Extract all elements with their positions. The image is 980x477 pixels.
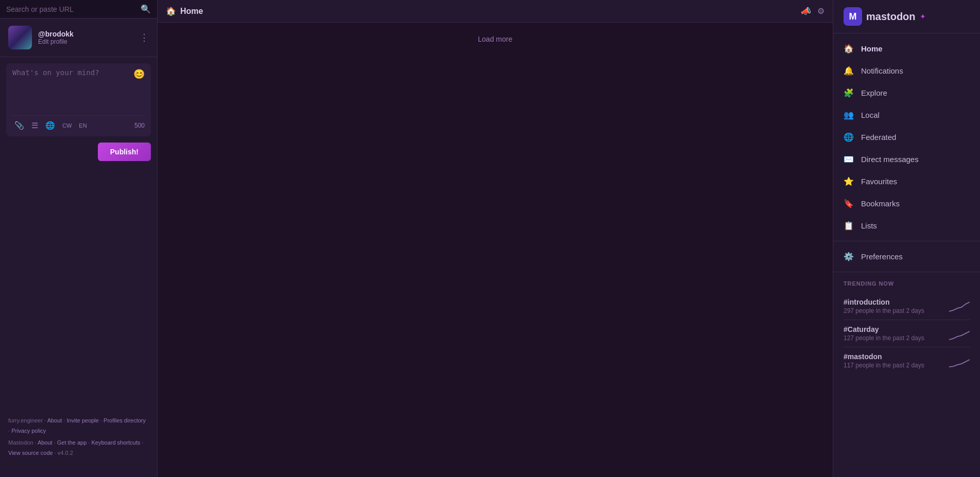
trending-section: TRENDING NOW #introduction 297 people in… xyxy=(833,272,980,382)
sidebar-item-notifications[interactable]: 🔔 Notifications xyxy=(833,60,980,82)
content-warning-button[interactable]: CW xyxy=(60,121,74,130)
trending-item[interactable]: #introduction 297 people in the past 2 d… xyxy=(844,293,970,320)
compose-toolbar: 📎 ☰ 🌐 CW EN 500 xyxy=(12,115,145,131)
compose-area: 😊 📎 ☰ 🌐 CW EN 500 xyxy=(6,63,151,136)
navigation: 🏠 Home 🔔 Notifications 🧩 Explore 👥 Local… xyxy=(833,33,980,241)
trending-title: TRENDING NOW xyxy=(844,280,970,287)
trending-chart xyxy=(949,326,970,341)
filter-button[interactable]: ⚙ xyxy=(817,6,824,16)
federated-label: Federated xyxy=(861,133,896,142)
char-count: 500 xyxy=(134,122,145,129)
footer-row-2: Mastodon · About · Get the app · Keyboar… xyxy=(8,438,149,458)
mastodon-logo-icon: M xyxy=(844,7,862,26)
trending-tag: #introduction xyxy=(844,298,949,306)
sidebar-item-bookmarks[interactable]: 🔖 Bookmarks xyxy=(833,192,980,215)
notifications-label: Notifications xyxy=(861,66,903,75)
bookmarks-icon: 🔖 xyxy=(844,199,854,208)
lists-label: Lists xyxy=(861,221,877,230)
sidebar-item-direct-messages[interactable]: ✉️ Direct messages xyxy=(833,148,980,170)
trending-count: 127 people in the past 2 days xyxy=(844,334,949,342)
trending-info: #introduction 297 people in the past 2 d… xyxy=(844,298,949,314)
explore-icon: 🧩 xyxy=(844,88,854,98)
attach-button[interactable]: 📎 xyxy=(12,120,26,131)
poll-button[interactable]: ☰ xyxy=(29,120,40,131)
profile-info: @brodokk Edit profile xyxy=(38,30,133,45)
publish-button[interactable]: Publish! xyxy=(98,143,151,161)
sidebar-item-explore[interactable]: 🧩 Explore xyxy=(833,82,980,104)
sidebar-item-lists[interactable]: 📋 Lists xyxy=(833,215,980,237)
trending-tag: #mastodon xyxy=(844,352,949,361)
footer-site: furry.engineer xyxy=(8,417,43,423)
footer-mastodon-label: Mastodon xyxy=(8,439,33,446)
footer-link-mastodon-about[interactable]: About xyxy=(38,439,53,446)
sidebar-item-local[interactable]: 👥 Local xyxy=(833,104,980,126)
profile-area: @brodokk Edit profile ⋮ xyxy=(0,19,157,57)
footer-link-keyboard[interactable]: Keyboard shortcuts xyxy=(91,439,140,446)
direct-messages-icon: ✉️ xyxy=(844,154,854,164)
footer-row-1: furry.engineer · About · Invite people ·… xyxy=(8,416,149,436)
footer-link-get-app[interactable]: Get the app xyxy=(57,439,87,446)
left-sidebar: 🔍 @brodokk Edit profile ⋮ 😊 📎 ☰ 🌐 CW EN … xyxy=(0,0,157,477)
federated-icon: 🌐 xyxy=(844,132,854,142)
sidebar-item-favourites[interactable]: ⭐ Favourites xyxy=(833,170,980,192)
profile-menu-button[interactable]: ⋮ xyxy=(140,33,149,42)
bookmarks-label: Bookmarks xyxy=(861,199,900,208)
trending-count: 297 people in the past 2 days xyxy=(844,307,949,314)
home-header-icon: 🏠 xyxy=(166,6,176,16)
verified-badge: ✦ xyxy=(920,12,926,21)
trending-chart xyxy=(949,299,970,313)
trending-tag: #Caturday xyxy=(844,325,949,333)
profile-handle[interactable]: @brodokk xyxy=(38,30,133,38)
search-button[interactable]: 🔍 xyxy=(141,4,151,14)
load-more-area: Load more xyxy=(158,23,833,56)
favourites-label: Favourites xyxy=(861,177,897,186)
right-sidebar: M mastodon ✦ 🏠 Home 🔔 Notifications 🧩 Ex… xyxy=(833,0,980,477)
search-input[interactable] xyxy=(6,5,136,13)
footer-links: furry.engineer · About · Invite people ·… xyxy=(0,408,157,469)
local-icon: 👥 xyxy=(844,110,854,120)
avatar[interactable] xyxy=(8,26,32,49)
main-column: 🏠 Home 📣 ⚙ Load more xyxy=(157,0,833,477)
footer-link-privacy[interactable]: Privacy policy xyxy=(11,428,46,434)
edit-profile-link[interactable]: Edit profile xyxy=(38,38,133,45)
trending-item[interactable]: #Caturday 127 people in the past 2 days xyxy=(844,320,970,347)
trending-info: #Caturday 127 people in the past 2 days xyxy=(844,325,949,342)
mastodon-logo-text: mastodon xyxy=(866,11,916,23)
main-header: 🏠 Home 📣 ⚙ xyxy=(158,0,833,23)
sidebar-item-home[interactable]: 🏠 Home xyxy=(833,38,980,60)
trending-item[interactable]: #mastodon 117 people in the past 2 days xyxy=(844,347,970,374)
footer-link-source[interactable]: View source code xyxy=(8,450,53,456)
sidebar-item-preferences[interactable]: ⚙️ Preferences xyxy=(833,245,980,268)
notifications-icon: 🔔 xyxy=(844,66,854,76)
sidebar-item-federated[interactable]: 🌐 Federated xyxy=(833,126,980,148)
local-label: Local xyxy=(861,111,880,119)
preferences-section: ⚙️ Preferences xyxy=(833,241,980,272)
language-selector[interactable]: EN xyxy=(77,121,89,130)
preferences-label: Preferences xyxy=(861,252,903,261)
announcement-button[interactable]: 📣 xyxy=(801,6,811,16)
lists-icon: 📋 xyxy=(844,221,854,231)
main-header-title: Home xyxy=(180,7,797,16)
footer-link-invite[interactable]: Invite people xyxy=(67,417,99,423)
trending-chart xyxy=(949,354,970,368)
emoji-button[interactable]: 😊 xyxy=(133,68,145,80)
footer-link-about[interactable]: About xyxy=(47,417,62,423)
trending-info: #mastodon 117 people in the past 2 days xyxy=(844,352,949,369)
logo-area: M mastodon ✦ xyxy=(833,0,980,33)
trending-count: 117 people in the past 2 days xyxy=(844,362,949,369)
favourites-icon: ⭐ xyxy=(844,176,854,186)
home-icon: 🏠 xyxy=(844,44,854,54)
header-actions: 📣 ⚙ xyxy=(801,6,824,16)
visibility-button[interactable]: 🌐 xyxy=(43,120,57,131)
preferences-icon: ⚙️ xyxy=(844,252,854,261)
load-more-button[interactable]: Load more xyxy=(478,35,512,43)
search-bar: 🔍 xyxy=(0,0,157,19)
explore-label: Explore xyxy=(861,89,887,97)
home-label: Home xyxy=(861,44,883,53)
compose-textarea[interactable] xyxy=(12,68,145,110)
direct-messages-label: Direct messages xyxy=(861,155,919,164)
footer-link-profiles[interactable]: Profiles directory xyxy=(104,417,146,423)
footer-version: v4.0.2 xyxy=(58,450,73,456)
